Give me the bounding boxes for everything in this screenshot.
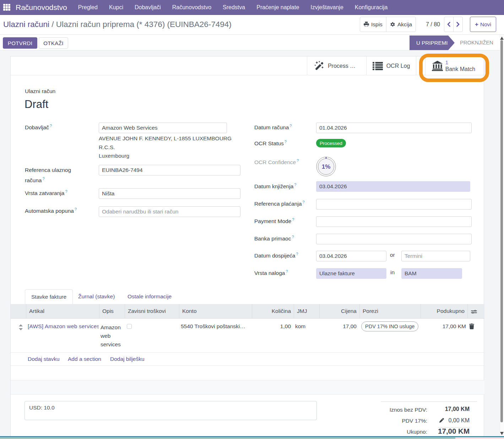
svg-text:1%: 1% — [322, 163, 331, 170]
